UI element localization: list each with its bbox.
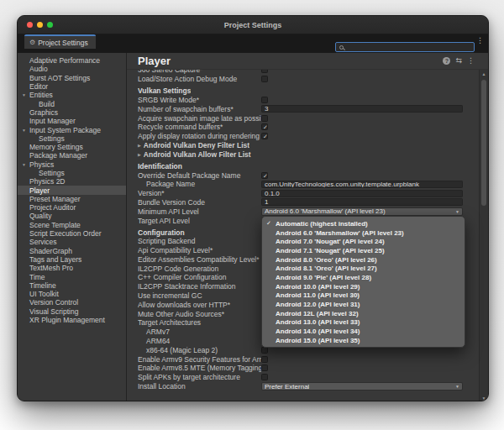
sidebar-item-burst-aot-settings[interactable]: Burst AOT Settings — [18, 74, 126, 82]
sidebar-item-time[interactable]: Time — [18, 272, 126, 281]
search-box[interactable] — [335, 42, 475, 52]
popup-item-android-12-0-api-level-31[interactable]: Android 12.0 (API level 31) — [262, 300, 465, 309]
popup-item-android-10-0-api-level-29[interactable]: Android 10.0 (API level 29) — [262, 282, 465, 291]
sidebar-item-editor[interactable]: Editor — [18, 82, 126, 91]
sidebar-item-services[interactable]: Services — [18, 238, 126, 246]
main-header: Player ? ⇆ ⋮ — [127, 53, 488, 70]
presets-icon[interactable]: ⇆ — [455, 57, 462, 65]
sidebar-item-entities[interactable]: ▼Entities — [18, 91, 126, 99]
api-level-dropdown-popup: ✓Automatic (highest installed)Android 6.… — [261, 216, 465, 348]
sidebar-item-input-manager[interactable]: Input Manager — [18, 117, 126, 125]
sidebar-item-label: Input System Package — [29, 126, 101, 134]
dropdown-minimum-api-level[interactable]: Android 6.0 'Marshmallow' (API level 23)… — [261, 207, 463, 216]
sidebar-item-version-control[interactable]: Version Control — [18, 298, 126, 307]
scroll-up-icon[interactable]: ▲ — [480, 71, 488, 76]
titlebar[interactable]: Project Settings — [18, 16, 488, 34]
sidebar-item-script-execution-order[interactable]: Script Execution Order — [18, 229, 126, 238]
text-field-number-of-swapchain-buffers[interactable]: 3 — [261, 105, 463, 113]
sidebar-item-graphics[interactable]: Graphics — [18, 108, 126, 117]
popup-item-android-11-0-api-level-30[interactable]: Android 11.0 (API level 30) — [262, 291, 465, 301]
sidebar-item-adaptive-performance[interactable]: Adaptive Performance — [18, 56, 126, 65]
checkbox-override-default-package-name[interactable] — [261, 172, 268, 179]
sidebar-item-label: Physics 2D — [29, 177, 66, 186]
row-label: Split APKs by target architecture — [138, 373, 261, 381]
text-field-bundle-version-code[interactable]: 1 — [261, 198, 463, 206]
sidebar-item-xr-plugin-management[interactable]: XR Plugin Management — [18, 316, 126, 324]
sidebar-item-timeline[interactable]: Timeline — [18, 281, 126, 290]
scrollbar-thumb[interactable] — [481, 80, 486, 206]
row-control — [261, 123, 463, 130]
popup-item-android-13-0-api-level-33[interactable]: Android 13.0 (API level 33) — [262, 318, 465, 328]
zoom-window-button[interactable] — [47, 22, 53, 28]
foldout-open-icon[interactable]: ▼ — [22, 92, 26, 97]
minimize-window-button[interactable] — [37, 22, 43, 28]
sidebar-item-input-system-package[interactable]: ▼Input System Package — [18, 125, 126, 134]
checkbox-load-store-action-debug-mode[interactable] — [261, 76, 268, 82]
popup-item-android-8-0-oreo-api-level-26[interactable]: Android 8.0 'Oreo' (API level 26) — [262, 255, 465, 265]
sidebar-item-build[interactable]: Build — [18, 99, 126, 108]
popup-item-android-8-1-oreo-api-level-27[interactable]: Android 8.1 'Oreo' (API level 27) — [262, 264, 465, 273]
row-label: Version* — [138, 189, 261, 197]
sidebar-item-physics-2d[interactable]: Physics 2D — [18, 177, 126, 186]
checkbox-srgb-write-mode[interactable] — [261, 97, 268, 103]
sidebar-item-visual-scripting[interactable]: Visual Scripting — [18, 307, 126, 316]
row-label: Number of swapchain buffers* — [138, 105, 261, 113]
sidebar-item-ui-toolkit[interactable]: UI Toolkit — [18, 290, 126, 298]
sidebar-item-settings[interactable]: Settings — [18, 169, 126, 177]
sidebar-item-quality[interactable]: Quality — [18, 212, 126, 220]
text-field-version[interactable]: 0.1.0 — [261, 190, 463, 197]
foldout-closed-icon[interactable]: ▶ — [138, 152, 141, 157]
popup-item-android-12l-api-level-32[interactable]: Android 12L (API level 32) — [262, 309, 465, 318]
sidebar-item-audio[interactable]: Audio — [18, 65, 126, 73]
sidebar-item-package-manager[interactable]: Package Manager — [18, 151, 126, 160]
sidebar-item-scene-template[interactable]: Scene Template — [18, 221, 126, 229]
text-field-package-name[interactable]: com.UnityTechnologies.com.unity.template… — [261, 181, 463, 188]
sidebar-item-label: Memory Settings — [29, 143, 83, 151]
sidebar-item-settings[interactable]: Settings — [18, 134, 126, 143]
scroll-down-icon[interactable]: ▼ — [480, 396, 488, 401]
sidebar-item-project-auditor[interactable]: Project Auditor — [18, 203, 126, 212]
checkbox-enable-armv9-security-features-for-arm64[interactable] — [261, 356, 268, 363]
foldout-open-icon[interactable]: ▼ — [22, 128, 26, 133]
checkbox-recycle-command-buffers[interactable] — [261, 123, 268, 130]
sidebar-item-label: XR Plugin Management — [29, 316, 105, 324]
more-menu-icon[interactable]: ⋮ — [467, 57, 475, 65]
popup-item-automatic-highest-installed[interactable]: ✓Automatic (highest installed) — [262, 219, 465, 228]
sidebar-item-shadergraph[interactable]: ShaderGraph — [18, 247, 126, 255]
checkbox-split-apks-by-target-architecture[interactable] — [261, 374, 268, 380]
page-title: Player — [138, 55, 171, 67]
row-control: Prefer External▼ — [261, 382, 463, 391]
checkbox-apply-display-rotation-during-rendering[interactable] — [261, 133, 268, 139]
sidebar-item-preset-manager[interactable]: Preset Manager — [18, 195, 126, 203]
popup-item-android-7-0-nougat-api-level-24[interactable]: Android 7.0 'Nougat' (API level 24) — [262, 237, 465, 246]
foldout-closed-icon[interactable]: ▶ — [138, 143, 141, 148]
dropdown-install-location[interactable]: Prefer External▼ — [261, 382, 463, 391]
sidebar-item-physics[interactable]: ▼Physics — [18, 160, 126, 169]
popup-item-android-7-1-nougat-api-level-25[interactable]: Android 7.1 'Nougat' (API level 25) — [262, 246, 465, 255]
row-control — [261, 356, 463, 363]
popup-item-android-14-0-api-level-34[interactable]: Android 14.0 (API level 34) — [262, 327, 465, 336]
popup-item-android-6-0-marshmallow-api-level-23[interactable]: Android 6.0 'Marshmallow' (API level 23) — [262, 228, 465, 238]
row-enable-armv9-security-features-for-arm64: Enable Armv9 Security Features for Arm64 — [138, 354, 463, 364]
foldout-open-icon[interactable]: ▼ — [22, 162, 26, 167]
checkbox-enable-armv8-5-mte-memory-tagging-extension[interactable] — [261, 364, 268, 371]
sidebar-item-label: Visual Scripting — [29, 307, 78, 316]
popup-item-android-15-0-api-level-35[interactable]: Android 15.0 (API level 35) — [262, 336, 465, 345]
sidebar-item-label: Version Control — [29, 298, 78, 307]
sidebar-item-tags-and-layers[interactable]: Tags and Layers — [18, 255, 126, 264]
checkbox-acquire-swapchain-image-late-as-possible[interactable] — [261, 115, 268, 122]
checkbox-360-stereo-capture[interactable] — [261, 70, 268, 73]
vertical-scrollbar[interactable]: ▲ ▼ — [479, 70, 488, 401]
close-window-button[interactable] — [27, 22, 33, 28]
search-input[interactable] — [345, 44, 474, 51]
tab-project-settings[interactable]: ⚙ Project Settings — [24, 34, 96, 49]
sidebar-item-memory-settings[interactable]: Memory Settings — [18, 143, 126, 151]
help-icon[interactable]: ? — [443, 57, 450, 65]
sidebar-item-player[interactable]: Player — [18, 186, 126, 194]
pane-menu-icon[interactable]: ⋮ — [476, 36, 484, 45]
popup-item-android-9-0-pie-api-level-28[interactable]: Android 9.0 'Pie' (API level 28) — [262, 273, 465, 282]
sidebar-item-label: ShaderGraph — [29, 247, 72, 255]
sidebar-item-textmesh-pro[interactable]: TextMesh Pro — [18, 264, 126, 272]
sidebar-item-label: Script Execution Order — [29, 229, 102, 238]
checkbox-x86-64-magic-leap-2[interactable] — [261, 347, 268, 354]
